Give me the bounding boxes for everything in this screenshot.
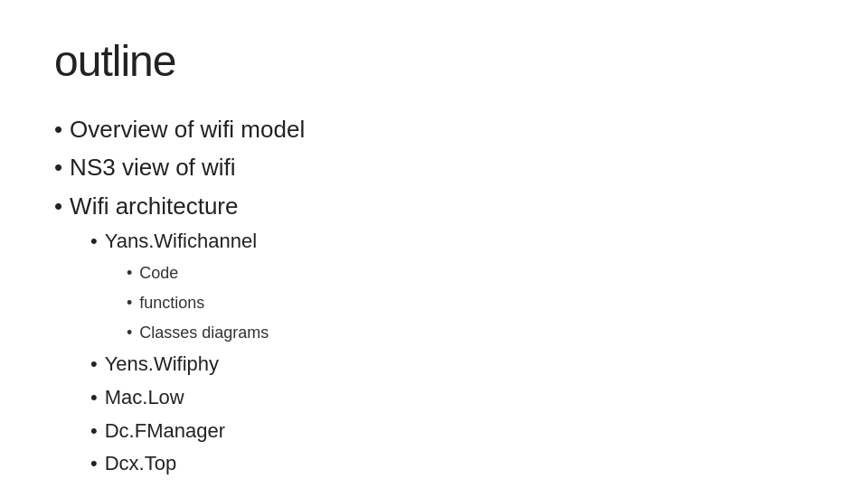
bullet-text: Dcx.Top: [105, 450, 176, 478]
list-item: • functions: [127, 291, 814, 315]
bullet-dot: •: [90, 228, 98, 256]
bullet-text: Yans.Wifichannel: [105, 228, 257, 256]
bullet-dot: •: [54, 113, 62, 145]
bullet-text: functions: [139, 291, 204, 315]
list-item: • Notes on tweaking wifi: [54, 483, 814, 488]
bullet-text: NS3 view of wifi: [70, 151, 236, 183]
bullet-dot: •: [54, 483, 62, 488]
bullet-dot: •: [90, 351, 98, 379]
bullet-text: Mac.Low: [105, 384, 184, 412]
bullet-dot: •: [127, 291, 132, 315]
bullet-text: Code: [139, 261, 178, 286]
bullet-text: Wifi architecture: [70, 190, 238, 222]
bullet-text: Classes diagrams: [139, 321, 269, 345]
list-item: • NS3 view of wifi: [54, 151, 814, 183]
list-item: • Mac.Low: [90, 384, 814, 412]
bullet-dot: •: [127, 321, 132, 345]
list-item: • Classes diagrams: [127, 321, 814, 345]
bullet-dot: •: [90, 384, 98, 412]
bullet-text: Overview of wifi model: [70, 113, 305, 145]
list-item: • Yans.Wifichannel: [90, 228, 814, 256]
list-item: • Wifi architecture: [54, 190, 814, 222]
bullet-dot: •: [54, 190, 62, 222]
bullet-dot: •: [54, 151, 62, 183]
list-item: • Overview of wifi model: [54, 113, 814, 145]
bullet-text: Yens.Wifiphy: [105, 351, 219, 379]
slide: outline • Overview of wifi model • NS3 v…: [0, 0, 868, 488]
bullet-text: Notes on tweaking wifi: [70, 483, 304, 488]
content-area: • Overview of wifi model • NS3 view of w…: [54, 113, 814, 488]
bullet-dot: •: [90, 450, 98, 478]
slide-title: outline: [54, 36, 814, 86]
list-item: • Dcx.Top: [90, 450, 814, 478]
list-item: • Dc.FManager: [90, 418, 814, 446]
list-item: • Yens.Wifiphy: [90, 351, 814, 379]
bullet-dot: •: [90, 418, 98, 446]
list-item: • Code: [127, 261, 814, 286]
bullet-text: Dc.FManager: [105, 418, 225, 446]
bullet-dot: •: [127, 261, 132, 286]
